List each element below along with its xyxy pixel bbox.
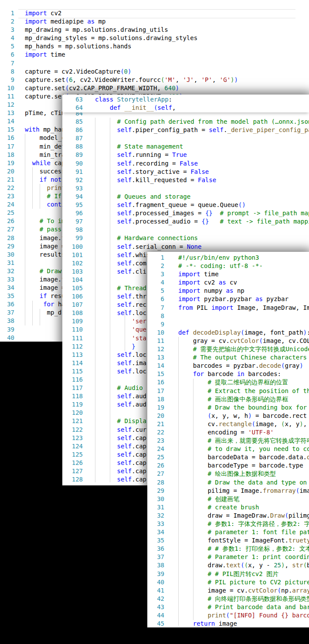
line-number[interactable]: 3 bbox=[0, 26, 18, 34]
line-number[interactable]: 39 bbox=[0, 325, 18, 334]
line-number[interactable]: 45 bbox=[147, 620, 168, 627]
line-number[interactable]: 99 bbox=[62, 234, 87, 242]
line-number[interactable]: 103 bbox=[62, 268, 87, 276]
line-number[interactable]: 17 bbox=[147, 387, 168, 395]
line-number[interactable]: 101 bbox=[62, 251, 87, 259]
line-number[interactable]: 22 bbox=[147, 428, 168, 437]
line-number[interactable]: 120 bbox=[62, 409, 87, 417]
line-number[interactable]: 89 bbox=[62, 151, 87, 159]
line-number[interactable]: 38 bbox=[147, 561, 168, 569]
line-number[interactable]: 44 bbox=[147, 611, 168, 620]
line-number[interactable]: 91 bbox=[62, 168, 87, 176]
line-number[interactable]: 12 bbox=[0, 101, 18, 109]
line-number[interactable]: 37 bbox=[0, 308, 18, 317]
code-window-barcode-decoder[interactable]: 1#!/usr/bin/env python32# -*- coding: ut… bbox=[147, 252, 309, 627]
line-number[interactable]: 117 bbox=[62, 384, 87, 392]
line-number[interactable]: 5 bbox=[0, 42, 18, 51]
line-number[interactable]: 93 bbox=[62, 184, 87, 193]
line-number[interactable]: 39 bbox=[147, 570, 168, 578]
line-number[interactable]: 21 bbox=[147, 420, 168, 428]
line-number[interactable]: 30 bbox=[147, 495, 168, 503]
line-number[interactable]: 13 bbox=[0, 109, 18, 117]
line-number[interactable]: 8 bbox=[147, 312, 168, 320]
line-number[interactable]: 90 bbox=[62, 159, 87, 168]
line-number[interactable]: 124 bbox=[62, 442, 87, 451]
line-number[interactable]: 27 bbox=[0, 225, 18, 234]
line-number[interactable]: 10 bbox=[0, 84, 18, 92]
line-number[interactable]: 11 bbox=[147, 337, 168, 345]
line-number[interactable]: 34 bbox=[0, 284, 18, 292]
line-number[interactable]: 19 bbox=[147, 403, 168, 412]
line-number[interactable]: 18 bbox=[147, 395, 168, 403]
line-number[interactable]: 116 bbox=[62, 376, 87, 384]
line-number[interactable]: 128 bbox=[62, 475, 87, 484]
line-number[interactable]: 27 bbox=[147, 470, 168, 478]
line-number[interactable]: 10 bbox=[147, 329, 168, 337]
line-number[interactable]: 64 bbox=[62, 104, 87, 112]
line-number[interactable]: 31 bbox=[147, 503, 168, 512]
line-number[interactable]: 12 bbox=[147, 345, 168, 353]
line-number[interactable]: 1 bbox=[147, 254, 168, 262]
sticky-scroll-header[interactable]: 63class StorytellerApp:64 def __init__(s… bbox=[62, 95, 309, 112]
line-number[interactable]: 37 bbox=[147, 553, 168, 561]
line-number[interactable]: 33 bbox=[0, 275, 18, 284]
line-number[interactable]: 33 bbox=[147, 520, 168, 528]
line-number[interactable]: 5 bbox=[147, 287, 168, 295]
line-number[interactable]: 34 bbox=[147, 528, 168, 536]
line-number[interactable]: 25 bbox=[0, 209, 18, 217]
line-number[interactable]: 6 bbox=[0, 51, 18, 59]
line-number[interactable]: 35 bbox=[147, 536, 168, 545]
line-number[interactable]: 36 bbox=[0, 300, 18, 308]
line-number[interactable]: 35 bbox=[0, 292, 18, 300]
line-number[interactable]: 106 bbox=[62, 292, 87, 301]
line-number[interactable]: 25 bbox=[147, 453, 168, 461]
line-number[interactable]: 2 bbox=[0, 17, 18, 26]
line-number[interactable]: 38 bbox=[0, 317, 18, 325]
line-number[interactable]: 6 bbox=[147, 295, 168, 303]
line-number[interactable]: 40 bbox=[147, 578, 168, 586]
line-number[interactable]: 7 bbox=[147, 304, 168, 312]
line-number[interactable]: 32 bbox=[0, 267, 18, 275]
line-number[interactable]: 32 bbox=[147, 512, 168, 520]
line-number[interactable]: 9 bbox=[0, 76, 18, 84]
line-number[interactable]: 102 bbox=[62, 259, 87, 268]
line-number[interactable]: 36 bbox=[147, 545, 168, 553]
line-number[interactable]: 42 bbox=[147, 595, 168, 603]
line-number[interactable]: 20 bbox=[147, 412, 168, 420]
line-number[interactable]: 94 bbox=[62, 193, 87, 201]
line-number[interactable]: 108 bbox=[62, 309, 87, 317]
line-number[interactable]: 22 bbox=[0, 184, 18, 192]
line-number[interactable]: 105 bbox=[62, 284, 87, 292]
line-number[interactable]: 24 bbox=[147, 445, 168, 453]
line-number[interactable]: 86 bbox=[62, 126, 87, 134]
line-number[interactable]: 125 bbox=[62, 451, 87, 459]
line-number[interactable]: 19 bbox=[0, 159, 18, 167]
line-number[interactable]: 123 bbox=[62, 434, 87, 442]
line-number[interactable]: 114 bbox=[62, 359, 87, 367]
line-number[interactable]: 40 bbox=[0, 334, 18, 342]
line-number[interactable]: 11 bbox=[0, 92, 18, 101]
line-number[interactable]: 104 bbox=[62, 276, 87, 284]
line-number[interactable]: 41 bbox=[147, 586, 168, 595]
line-number[interactable]: 122 bbox=[62, 426, 87, 434]
line-number[interactable]: 127 bbox=[62, 467, 87, 475]
line-number[interactable]: 18 bbox=[0, 151, 18, 159]
line-number[interactable]: 87 bbox=[62, 134, 87, 142]
line-number[interactable]: 14 bbox=[147, 362, 168, 370]
line-number[interactable]: 85 bbox=[62, 118, 87, 126]
line-number[interactable]: 92 bbox=[62, 176, 87, 184]
line-number[interactable]: 109 bbox=[62, 317, 87, 325]
line-number[interactable]: 100 bbox=[62, 243, 87, 251]
line-number[interactable]: 113 bbox=[62, 351, 87, 359]
line-number[interactable]: 129 bbox=[62, 484, 87, 485]
line-number[interactable]: 43 bbox=[147, 603, 168, 611]
line-number[interactable]: 119 bbox=[62, 400, 87, 409]
line-number[interactable]: 107 bbox=[62, 301, 87, 309]
line-number[interactable]: 63 bbox=[62, 95, 87, 104]
line-number[interactable]: 118 bbox=[62, 392, 87, 400]
line-number[interactable]: 2 bbox=[147, 262, 168, 270]
line-number[interactable]: 26 bbox=[147, 461, 168, 470]
line-number[interactable]: 20 bbox=[0, 167, 18, 176]
line-number[interactable]: 115 bbox=[62, 367, 87, 376]
line-number[interactable]: 30 bbox=[0, 251, 18, 259]
